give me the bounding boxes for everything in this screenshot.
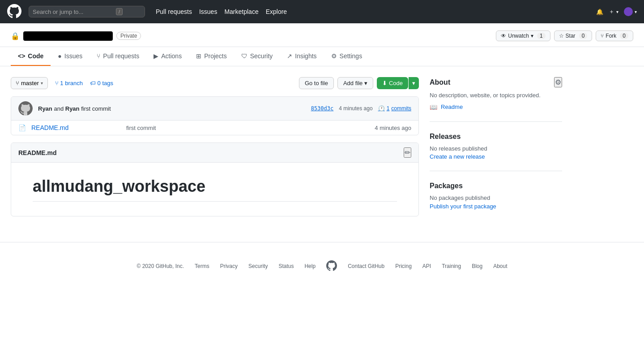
user-avatar-button[interactable]: ▾ xyxy=(624,7,637,16)
insights-tab-icon: ↗ xyxy=(287,52,292,60)
footer-link-status[interactable]: Status xyxy=(278,263,294,269)
branch-name: master xyxy=(21,80,39,86)
footer-link-security[interactable]: Security xyxy=(248,263,268,269)
tab-security[interactable]: 🛡 Security xyxy=(234,47,280,66)
repo-tabs: <> Code ● Issues ⑂ Pull requests ▶ Actio… xyxy=(0,47,644,66)
create-release-link[interactable]: Create a new release xyxy=(430,153,485,160)
actions-tab-label: Actions xyxy=(161,52,182,60)
star-label: Star xyxy=(566,33,576,39)
branch-count-link[interactable]: ⑂ 1 branch xyxy=(55,80,83,86)
about-section: About ⚙ No description, website, or topi… xyxy=(430,77,562,122)
footer-link-terms[interactable]: Terms xyxy=(195,263,209,269)
footer-link-blog[interactable]: Blog xyxy=(472,263,482,269)
commit-history-link[interactable]: 🕐 1 commits xyxy=(378,105,411,112)
tab-code[interactable]: <> Code xyxy=(11,47,51,66)
code-main-button[interactable]: ⬇ Code xyxy=(377,77,408,89)
readme-meta-item: 📖 Readme xyxy=(430,104,562,111)
tab-actions[interactable]: ▶ Actions xyxy=(146,47,189,66)
main-layout: ⑂ master ▾ ⑂ 1 branch 🏷 0 tags xyxy=(0,66,573,242)
fork-count: 0 xyxy=(620,33,628,39)
settings-tab-icon: ⚙ xyxy=(331,52,337,60)
footer-link-about[interactable]: About xyxy=(493,263,507,269)
sidebar: About ⚙ No description, website, or topi… xyxy=(430,77,562,231)
star-icon: ☆ xyxy=(559,33,564,39)
commit-info: Ryan and Ryan first commit xyxy=(38,105,306,112)
create-new-button[interactable]: ＋ ▾ xyxy=(609,8,618,16)
file-name-link[interactable]: README.md xyxy=(31,124,121,131)
tab-issues[interactable]: ● Issues xyxy=(51,47,90,66)
readme-title: README.md xyxy=(18,149,57,156)
commit-hash-link[interactable]: 8530d3c xyxy=(311,105,334,112)
plus-icon: ＋ xyxy=(609,8,614,16)
readme-box: README.md ✏ allmudang_workspace xyxy=(11,142,419,216)
repo-name xyxy=(23,31,113,41)
publish-package-link[interactable]: Publish your first package xyxy=(430,203,496,210)
nav-link-issues[interactable]: Issues xyxy=(199,8,217,15)
footer-link-contact[interactable]: Contact GitHub xyxy=(348,263,384,269)
settings-tab-label: Settings xyxy=(340,52,363,60)
about-gear-button[interactable]: ⚙ xyxy=(554,77,562,87)
footer-link-help[interactable]: Help xyxy=(304,263,316,269)
footer-link-privacy[interactable]: Privacy xyxy=(220,263,238,269)
notifications-button[interactable]: 🔔 xyxy=(596,9,603,15)
commit-time: 4 minutes ago xyxy=(339,105,372,112)
watch-dropdown-icon: ▾ xyxy=(531,33,533,39)
star-button[interactable]: ☆ Star 0 xyxy=(554,30,593,41)
security-tab-icon: 🛡 xyxy=(241,52,247,60)
about-title-row: About ⚙ xyxy=(430,77,562,87)
branch-meta: ⑂ 1 branch 🏷 0 tags xyxy=(55,80,113,86)
footer-link-pricing[interactable]: Pricing xyxy=(395,263,412,269)
issues-tab-icon: ● xyxy=(58,52,61,60)
file-commit-msg: first commit xyxy=(126,125,369,131)
commit-meta: 8530d3c 4 minutes ago 🕐 1 commits xyxy=(311,105,411,112)
readme-heading: allmudang_workspace xyxy=(33,177,397,202)
branch-left: ⑂ master ▾ ⑂ 1 branch 🏷 0 tags xyxy=(11,77,113,89)
bell-icon: 🔔 xyxy=(596,9,603,15)
repo-title-area: 🔒 Private xyxy=(11,31,141,46)
github-logo-icon[interactable] xyxy=(7,4,21,20)
commit-authors: Ryan and Ryan first commit xyxy=(38,105,306,112)
watch-button[interactable]: 👁 Unwatch ▾ 1 xyxy=(496,30,550,41)
tag-count-link[interactable]: 🏷 0 tags xyxy=(90,80,113,86)
nav-link-explore[interactable]: Explore xyxy=(266,8,287,15)
tab-insights[interactable]: ↗ Insights xyxy=(280,47,324,66)
fork-label: Fork xyxy=(606,33,616,39)
issues-tab-label: Issues xyxy=(64,52,82,60)
search-bar[interactable]: / xyxy=(29,6,145,17)
fork-button[interactable]: ⑂ Fork 0 xyxy=(596,30,633,41)
tag-icon: 🏷 xyxy=(90,80,96,86)
code-tab-label: Code xyxy=(28,52,43,60)
kbd-slash: / xyxy=(116,8,123,15)
code-button-group: ⬇ Code ▾ xyxy=(377,77,419,89)
tab-projects[interactable]: ⊞ Projects xyxy=(189,47,234,66)
content-area: ⑂ master ▾ ⑂ 1 branch 🏷 0 tags xyxy=(11,77,419,231)
branch-select-button[interactable]: ⑂ master ▾ xyxy=(11,77,48,89)
tab-settings[interactable]: ⚙ Settings xyxy=(324,47,370,66)
add-file-button[interactable]: Add file ▾ xyxy=(337,77,373,89)
clock-icon: 🕐 xyxy=(378,105,385,112)
add-file-arrow: ▾ xyxy=(364,80,367,86)
code-arrow-button[interactable]: ▾ xyxy=(409,77,419,89)
packages-heading: Packages xyxy=(430,182,463,190)
nav-links: Pull requests Issues Marketplace Explore xyxy=(156,8,287,15)
nav-link-pull-requests[interactable]: Pull requests xyxy=(156,8,192,15)
readme-link[interactable]: Readme xyxy=(441,104,463,110)
commit-history-count: 1 xyxy=(387,105,390,112)
search-input[interactable] xyxy=(33,9,113,15)
readme-header: README.md ✏ xyxy=(11,143,418,163)
nav-link-marketplace[interactable]: Marketplace xyxy=(224,8,258,15)
releases-title-row: Releases xyxy=(430,133,562,141)
footer-link-training[interactable]: Training xyxy=(442,263,461,269)
commit-connector: and xyxy=(54,105,64,112)
commit-avatar xyxy=(18,101,33,116)
commit-message: first commit xyxy=(81,105,111,112)
footer: © 2020 GitHub, Inc. Terms Privacy Securi… xyxy=(0,242,644,290)
about-desc: No description, website, or topics provi… xyxy=(430,91,562,100)
tab-pull-requests[interactable]: ⑂ Pull requests xyxy=(90,47,146,66)
download-icon: ⬇ xyxy=(382,80,387,86)
footer-link-api[interactable]: API xyxy=(422,263,431,269)
releases-heading: Releases xyxy=(430,133,461,141)
readme-edit-button[interactable]: ✏ xyxy=(404,147,411,158)
goto-file-button[interactable]: Go to file xyxy=(299,77,334,89)
branch-bar: ⑂ master ▾ ⑂ 1 branch 🏷 0 tags xyxy=(11,77,419,89)
